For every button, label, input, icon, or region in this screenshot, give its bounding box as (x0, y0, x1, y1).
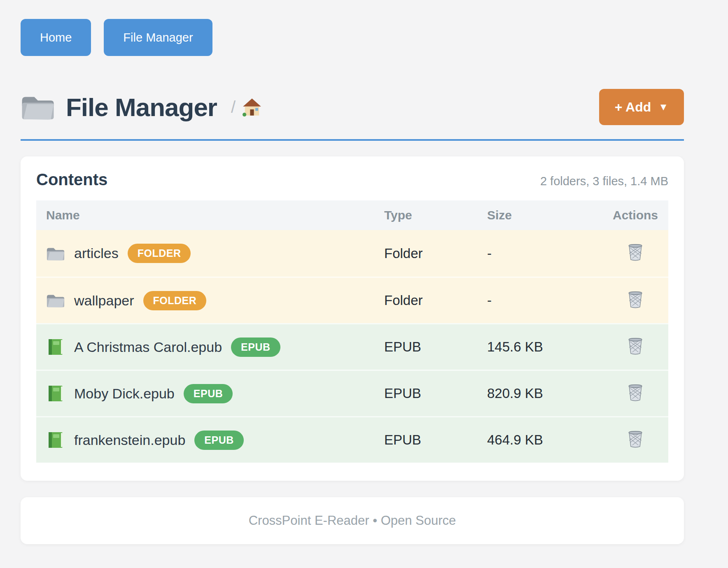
footer-card: CrossPoint E-Reader • Open Source (21, 497, 684, 544)
type-cell: EPUB (384, 432, 487, 448)
footer-text: CrossPoint E-Reader • Open Source (249, 513, 456, 528)
trash-icon (627, 291, 644, 309)
page-title-group: File Manager / (21, 93, 262, 122)
table-row[interactable]: Moby Dick.epub EPUB EPUB 820.9 KB (36, 370, 668, 416)
add-button[interactable]: + Add ▼ (599, 89, 684, 125)
file-type-badge: EPUB (194, 431, 243, 450)
file-name[interactable]: frankenstein.epub (74, 432, 185, 448)
breadcrumb-separator: / (231, 98, 236, 116)
trash-icon (627, 431, 644, 448)
page-title: File Manager (66, 93, 217, 122)
size-cell: - (487, 246, 602, 261)
folder-icon (46, 245, 65, 262)
table-body: articles FOLDER Folder - wallpaper FOLDE… (36, 230, 668, 463)
file-type-badge: EPUB (184, 384, 233, 403)
actions-cell (602, 290, 668, 312)
name-cell: articles FOLDER (36, 244, 384, 263)
delete-button[interactable] (625, 290, 645, 312)
name-cell: A Christmas Carol.epub EPUB (36, 338, 384, 357)
green-book-icon (46, 385, 65, 402)
file-manager-button[interactable]: File Manager (104, 19, 212, 56)
type-cell: EPUB (384, 339, 487, 355)
size-cell: 145.6 KB (487, 339, 602, 355)
name-cell: frankenstein.epub EPUB (36, 431, 384, 450)
delete-button[interactable] (625, 429, 645, 451)
file-name[interactable]: A Christmas Carol.epub (74, 339, 222, 355)
table-header-row: Name Type Size Actions (36, 200, 668, 230)
name-cell: Moby Dick.epub EPUB (36, 384, 384, 403)
size-cell: - (487, 293, 602, 308)
file-type-badge: FOLDER (143, 291, 207, 310)
house-icon[interactable] (242, 98, 262, 116)
trash-icon (627, 384, 644, 402)
add-button-label: + Add (615, 100, 651, 115)
type-cell: EPUB (384, 386, 487, 401)
header-divider (21, 139, 684, 141)
type-cell: Folder (384, 293, 487, 308)
trash-icon (627, 338, 644, 355)
type-cell: Folder (384, 246, 487, 261)
column-header-actions: Actions (602, 208, 668, 222)
delete-button[interactable] (625, 383, 645, 405)
table-row[interactable]: wallpaper FOLDER Folder - (36, 277, 668, 323)
folder-icon (46, 292, 65, 309)
chevron-down-icon: ▼ (658, 101, 668, 113)
home-button[interactable]: Home (21, 19, 91, 56)
column-header-name: Name (36, 208, 384, 222)
delete-button[interactable] (625, 336, 645, 358)
name-cell: wallpaper FOLDER (36, 291, 384, 310)
actions-cell (602, 383, 668, 405)
file-name[interactable]: Moby Dick.epub (74, 386, 175, 402)
folder-icon (21, 93, 55, 121)
contents-card-header: Contents 2 folders, 3 files, 1.4 MB (36, 170, 668, 189)
contents-card: Contents 2 folders, 3 files, 1.4 MB Name… (21, 156, 684, 481)
column-header-size: Size (487, 208, 602, 222)
file-type-badge: FOLDER (128, 244, 191, 263)
top-nav: Home File Manager (21, 0, 684, 56)
table-row[interactable]: articles FOLDER Folder - (36, 230, 668, 277)
trash-icon (627, 244, 644, 261)
table-row[interactable]: frankenstein.epub EPUB EPUB 464.9 KB (36, 416, 668, 463)
contents-title: Contents (36, 170, 107, 189)
file-name[interactable]: articles (74, 245, 119, 261)
contents-summary: 2 folders, 3 files, 1.4 MB (540, 175, 668, 188)
file-table: Name Type Size Actions articles FOLDER F… (36, 200, 668, 463)
column-header-type: Type (384, 208, 487, 222)
green-book-icon (46, 339, 65, 355)
page-container: Home File Manager File Manager / + Add ▼… (21, 0, 684, 544)
actions-cell (602, 429, 668, 451)
delete-button[interactable] (625, 242, 645, 264)
green-book-icon (46, 432, 65, 448)
actions-cell (602, 242, 668, 264)
page-header: File Manager / + Add ▼ (21, 87, 684, 127)
file-type-badge: EPUB (231, 338, 280, 357)
file-name[interactable]: wallpaper (74, 293, 134, 309)
size-cell: 464.9 KB (487, 432, 602, 448)
table-row[interactable]: A Christmas Carol.epub EPUB EPUB 145.6 K… (36, 323, 668, 370)
actions-cell (602, 336, 668, 358)
size-cell: 820.9 KB (487, 386, 602, 401)
